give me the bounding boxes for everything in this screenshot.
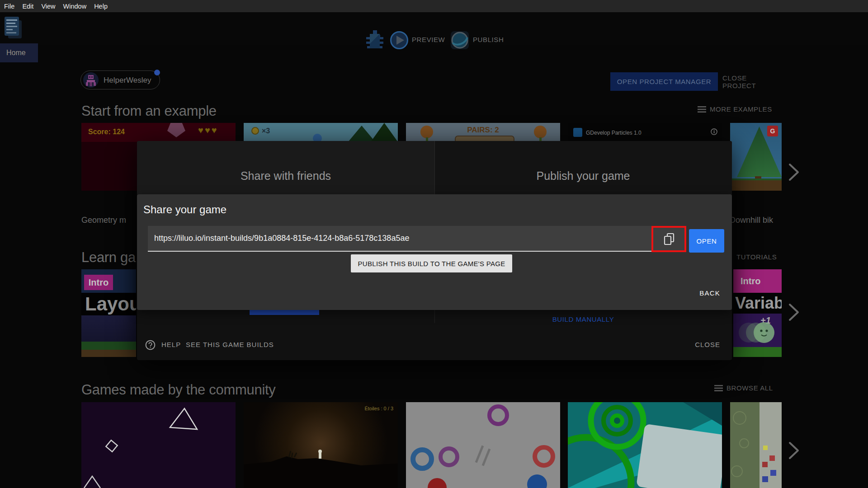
menu-help[interactable]: Help (94, 3, 108, 10)
browse-all-link[interactable]: BROWSE ALL (714, 384, 773, 392)
tab-share-with-friends[interactable]: Share with friends (137, 141, 434, 194)
preview-icon[interactable] (390, 31, 409, 50)
tab-divider (434, 141, 435, 194)
game-url-field[interactable] (148, 226, 685, 252)
fish-right (534, 126, 547, 138)
build-manually-link[interactable]: BUILD MANUALLY (434, 315, 732, 323)
gdevelop-logo-icon (573, 128, 582, 137)
more-examples-label: MORE EXAMPLES (710, 105, 772, 113)
coin-counter: ×3 (262, 127, 270, 135)
help-button[interactable]: HELP (161, 341, 181, 348)
example-card-downhill[interactable]: G (730, 123, 782, 191)
tab-publish-your-game[interactable]: Publish your game (434, 141, 732, 194)
score-label: Score: 124 (88, 128, 125, 136)
hidden-blue-button-edge (250, 310, 319, 315)
share-dialog: Share with friends Publish your game BUI… (137, 141, 732, 360)
menu-view[interactable]: View (41, 3, 55, 10)
community-card-night[interactable]: Étoiles : 0 / 3 (244, 402, 398, 488)
hearts-icons: ♥♥♥ (198, 125, 218, 136)
tutorials-link[interactable]: TUTORIALS (736, 253, 777, 261)
copy-button-highlight (651, 226, 686, 252)
notification-dot (154, 70, 160, 75)
close-project-button[interactable]: CLOSE PROJECT (722, 72, 781, 91)
preview-button[interactable]: PREVIEW (412, 36, 445, 43)
community-card-bubbles[interactable] (730, 402, 782, 488)
share-your-game-panel: Share your game OPEN PUBLISH THIS BUILD … (137, 194, 732, 310)
username-label: HelperWesley (104, 71, 151, 90)
dialog-footer: HELP SEE THIS GAME BUILDS CLOSE (137, 339, 732, 352)
gdevelop-window: File Edit View Window Help (0, 0, 868, 488)
chevron-right-icon[interactable] (788, 441, 800, 460)
open-url-button[interactable]: OPEN (689, 229, 724, 253)
tutorial-card-layout[interactable]: Intro Layou (81, 269, 136, 357)
caption-downhill: Downhill bik (730, 216, 773, 225)
tutorial-card-variables[interactable]: Intro Variab +1 (733, 269, 782, 357)
see-game-builds-button[interactable]: SEE THIS GAME BUILDS (186, 341, 274, 348)
info-icon[interactable] (711, 128, 717, 135)
close-dialog-button[interactable]: CLOSE (695, 341, 720, 348)
user-chip[interactable]: HelperWesley (80, 70, 160, 89)
fish-left (420, 126, 433, 138)
intro-tag: Intro (84, 275, 113, 290)
publish-button[interactable]: PUBLISH (473, 36, 504, 43)
intro-tag: Intro (733, 269, 782, 293)
open-project-manager-button[interactable]: OPEN PROJECT MANAGER (610, 72, 718, 91)
particles-label: GDevelop Particles 1.0 (586, 130, 642, 136)
community-card-rings[interactable] (406, 402, 560, 488)
list-icon (698, 106, 706, 113)
tab-home[interactable]: Home (0, 43, 38, 62)
debug-icon[interactable] (364, 29, 385, 51)
game-badge: G (767, 126, 778, 136)
copy-icon[interactable] (663, 233, 675, 245)
menu-file[interactable]: File (4, 3, 14, 10)
community-card-target[interactable] (568, 402, 722, 488)
toolbar: PREVIEW PUBLISH (0, 12, 868, 45)
tab-home-label: Home (0, 43, 38, 62)
more-examples-link[interactable]: MORE EXAMPLES (698, 105, 772, 113)
help-icon[interactable] (145, 340, 156, 350)
list-icon (714, 385, 723, 391)
learn-section-title: Learn ga (81, 249, 136, 266)
avatar (83, 72, 99, 88)
menu-edit[interactable]: Edit (22, 3, 33, 10)
menu-bar: File Edit View Window Help (0, 0, 868, 12)
white-square-shape (636, 424, 722, 488)
examples-section-title: Start from an example (81, 103, 217, 119)
publish-icon[interactable] (450, 30, 470, 50)
browse-all-label: BROWSE ALL (726, 384, 773, 392)
ghost-character (736, 319, 780, 347)
community-section-title: Games made by the community (81, 382, 276, 398)
tutorial-word: Variab (735, 293, 782, 314)
back-button[interactable]: BACK (699, 289, 720, 297)
project-manager-icon[interactable] (5, 17, 24, 40)
community-card-neon[interactable] (81, 402, 236, 488)
coin-icon (251, 127, 259, 135)
chevron-right-icon[interactable] (788, 163, 800, 182)
tutorial-word: Layou (85, 293, 136, 315)
caption-geometry-monster: Geometry m (81, 216, 126, 225)
tutorials-label: TUTORIALS (736, 253, 777, 261)
panel-title: Share your game (143, 203, 226, 216)
publish-build-button[interactable]: PUBLISH THIS BUILD TO THE GAME'S PAGE (351, 254, 512, 272)
menu-window[interactable]: Window (63, 3, 87, 10)
chevron-right-icon[interactable] (788, 303, 800, 322)
